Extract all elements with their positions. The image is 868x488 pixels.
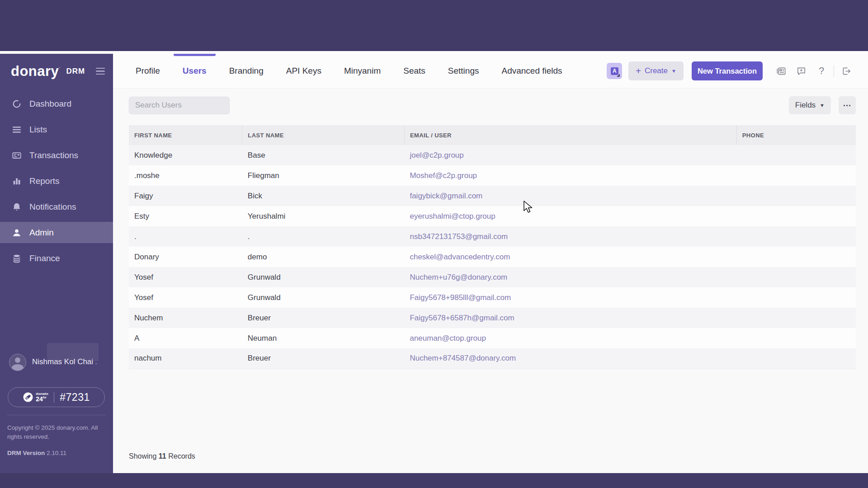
topbar-icon-row: ? bbox=[773, 63, 854, 79]
table-row[interactable]: Donary demo cheskel@advancedentry.com bbox=[129, 247, 856, 267]
tab-seats[interactable]: Seats bbox=[394, 54, 434, 88]
cell-first-name: Faigy bbox=[129, 186, 242, 206]
sidebar-item-transactions[interactable]: Transactions bbox=[0, 145, 113, 166]
sidebar-item-lists[interactable]: Lists bbox=[0, 119, 113, 140]
topbar-controls: A + Create ▼ New Transaction ? bbox=[607, 54, 854, 88]
cell-first-name: Esty bbox=[129, 206, 242, 226]
toolbar-right: Fields ▼ ... bbox=[789, 96, 856, 114]
hamburger-menu-icon[interactable] bbox=[96, 68, 105, 75]
main-area: ProfileUsersBrandingAPI KeysMinyanimSeat… bbox=[113, 54, 868, 473]
cell-last-name: Grunwald bbox=[242, 287, 405, 308]
email-link[interactable]: Faigy5678+985lll@gmail.com bbox=[410, 293, 511, 302]
help-button[interactable]: ? bbox=[813, 63, 830, 79]
new-transaction-button[interactable]: New Transaction bbox=[692, 61, 763, 80]
trademark-mark: ˙ bbox=[59, 66, 61, 72]
tab-advanced-fields[interactable]: Advanced fields bbox=[492, 54, 571, 88]
users-table: FIRST NAMELAST NAMEEMAIL / USERPHONE Kno… bbox=[129, 125, 856, 369]
more-options-button[interactable]: ... bbox=[839, 96, 856, 114]
cell-email: faigybick@gmail.com bbox=[404, 186, 736, 206]
email-link[interactable]: Nuchem+874587@donary.com bbox=[410, 354, 516, 362]
cell-email: Faigy5678+985lll@gmail.com bbox=[404, 287, 736, 308]
cell-phone bbox=[736, 267, 856, 287]
cell-first-name: Yosef bbox=[129, 267, 242, 287]
reports-icon bbox=[12, 176, 22, 186]
user-profile[interactable]: Nishmas Kol Chai . bbox=[9, 354, 108, 371]
chevron-down-icon: ▼ bbox=[820, 103, 825, 108]
donate24-logo: donate 24hr bbox=[23, 392, 48, 403]
notifications-icon bbox=[12, 202, 22, 212]
email-link[interactable]: Nuchem+u76g@donary.com bbox=[410, 273, 507, 282]
table-row[interactable]: .moshe Fliegman Moshef@c2p.group bbox=[129, 165, 856, 186]
sidebar-item-reports[interactable]: Reports bbox=[0, 170, 113, 192]
cell-phone bbox=[736, 308, 856, 328]
email-link[interactable]: nsb3472131753@gmail.com bbox=[410, 232, 508, 241]
table-row[interactable]: . . nsb3472131753@gmail.com bbox=[129, 226, 856, 247]
news-button[interactable] bbox=[773, 63, 789, 79]
email-link[interactable]: cheskel@advancedentry.com bbox=[410, 253, 510, 261]
fields-button[interactable]: Fields ▼ bbox=[789, 96, 831, 114]
cell-last-name: demo bbox=[242, 247, 405, 267]
cell-phone bbox=[736, 186, 856, 206]
cell-first-name: Yosef bbox=[129, 287, 242, 308]
email-link[interactable]: joel@c2p.group bbox=[410, 151, 463, 160]
table-row[interactable]: Knowledge Base joel@c2p.group bbox=[129, 145, 856, 165]
topbar: ProfileUsersBrandingAPI KeysMinyanimSeat… bbox=[113, 54, 868, 89]
cell-email: Nuchem+u76g@donary.com bbox=[404, 267, 736, 287]
sidebar-item-dashboard[interactable]: Dashboard bbox=[0, 93, 113, 114]
sidebar-item-notifications[interactable]: Notifications bbox=[0, 196, 113, 217]
tab-settings[interactable]: Settings bbox=[439, 54, 488, 88]
tab-minyanim[interactable]: Minyanim bbox=[335, 54, 390, 88]
cell-last-name: Breuer bbox=[242, 348, 405, 369]
email-link[interactable]: Faigy5678+6587h@gmail.com bbox=[410, 314, 514, 322]
feedback-button[interactable] bbox=[793, 63, 809, 79]
table-header-row: FIRST NAMELAST NAMEEMAIL / USERPHONE bbox=[129, 125, 856, 145]
records-count: Showing 11 Records bbox=[129, 452, 195, 460]
cell-first-name: Nuchem bbox=[129, 308, 242, 328]
email-link[interactable]: aneuman@ctop.group bbox=[410, 334, 486, 343]
cell-email: nsb3472131753@gmail.com bbox=[404, 226, 736, 247]
table-row[interactable]: Yosef Grunwald Faigy5678+985lll@gmail.co… bbox=[129, 287, 856, 308]
tab-users[interactable]: Users bbox=[174, 54, 216, 88]
tab-profile[interactable]: Profile bbox=[127, 54, 169, 88]
email-link[interactable]: faigybick@gmail.com bbox=[410, 192, 482, 200]
badge-divider bbox=[54, 392, 54, 403]
email-link[interactable]: Moshef@c2p.group bbox=[410, 171, 477, 180]
create-button[interactable]: + Create ▼ bbox=[628, 61, 684, 80]
user-name: Nishmas Kol Chai bbox=[32, 357, 93, 366]
table-row[interactable]: A Neuman aneuman@ctop.group bbox=[129, 328, 856, 348]
sidebar-item-finance[interactable]: Finance bbox=[0, 248, 113, 269]
sidebar-divider bbox=[7, 415, 106, 415]
logout-button[interactable] bbox=[838, 63, 854, 79]
cell-email: Moshef@c2p.group bbox=[404, 165, 736, 186]
table-row[interactable]: Yosef Grunwald Nuchem+u76g@donary.com bbox=[129, 267, 856, 287]
cell-last-name: Base bbox=[242, 145, 405, 165]
cell-last-name: Grunwald bbox=[242, 267, 405, 287]
cell-last-name: Breuer bbox=[242, 308, 405, 328]
table-row[interactable]: Faigy Bick faigybick@gmail.com bbox=[129, 186, 856, 206]
cell-email: aneuman@ctop.group bbox=[404, 328, 736, 348]
donate24-icon bbox=[23, 392, 33, 403]
table-row[interactable]: Esty Yerushalmi eyerushalmi@ctop.group bbox=[129, 206, 856, 226]
email-link[interactable]: eyerushalmi@ctop.group bbox=[410, 212, 495, 221]
admin-icon bbox=[12, 228, 22, 238]
translate-corner-icon bbox=[617, 74, 620, 77]
cell-email: cheskel@advancedentry.com bbox=[404, 247, 736, 267]
tab-branding[interactable]: Branding bbox=[220, 54, 273, 88]
tab-api-keys[interactable]: API Keys bbox=[277, 54, 330, 88]
cell-last-name: Fliegman bbox=[242, 165, 405, 186]
column-header-first-name: FIRST NAME bbox=[129, 125, 242, 145]
dashboard-icon bbox=[12, 99, 22, 109]
avatar bbox=[9, 354, 26, 371]
cell-first-name: Knowledge bbox=[129, 145, 242, 165]
table-row[interactable]: Nuchem Breuer Faigy5678+6587h@gmail.com bbox=[129, 308, 856, 328]
help-icon: ? bbox=[819, 65, 824, 77]
logo-row: donary˙ DRM bbox=[0, 54, 113, 89]
translate-button[interactable]: A bbox=[607, 63, 622, 79]
tab-bar: ProfileUsersBrandingAPI KeysMinyanimSeat… bbox=[127, 54, 571, 88]
cell-phone bbox=[736, 145, 856, 165]
sidebar-item-admin[interactable]: Admin bbox=[0, 222, 113, 243]
table-toolbar: Fields ▼ ... bbox=[129, 96, 856, 114]
search-input[interactable] bbox=[129, 97, 230, 114]
cell-phone bbox=[736, 328, 856, 348]
table-row[interactable]: nachum Breuer Nuchem+874587@donary.com bbox=[129, 348, 856, 369]
